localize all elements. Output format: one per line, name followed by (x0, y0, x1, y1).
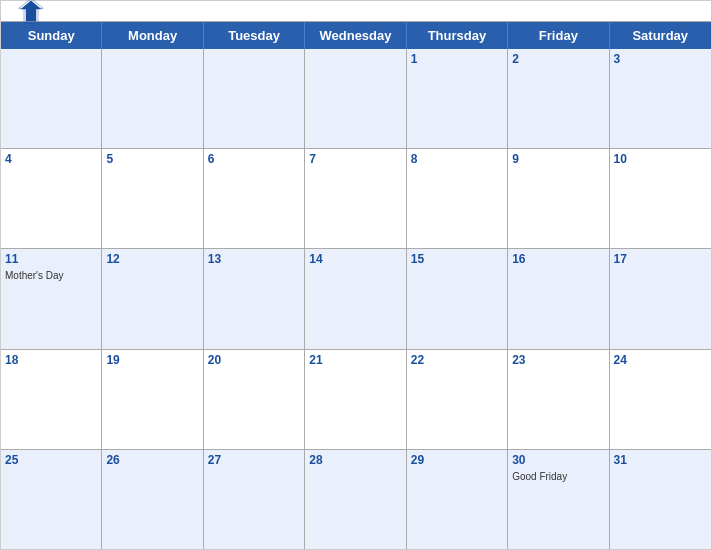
day-cell: 5 (102, 149, 203, 248)
day-cell: 28 (305, 450, 406, 549)
day-event: Good Friday (512, 471, 604, 482)
day-cell (204, 49, 305, 148)
day-number: 20 (208, 353, 300, 367)
day-number: 21 (309, 353, 401, 367)
day-number: 13 (208, 252, 300, 266)
day-cell: 9 (508, 149, 609, 248)
day-cell: 8 (407, 149, 508, 248)
day-cell: 2 (508, 49, 609, 148)
day-number: 12 (106, 252, 198, 266)
week-row: 18192021222324 (1, 350, 711, 450)
day-cell: 26 (102, 450, 203, 549)
day-cell (1, 49, 102, 148)
day-cell: 17 (610, 249, 711, 348)
day-number: 11 (5, 252, 97, 266)
day-number: 17 (614, 252, 707, 266)
day-number: 27 (208, 453, 300, 467)
day-cell: 6 (204, 149, 305, 248)
weeks-container: 1234567891011Mother's Day121314151617181… (1, 49, 711, 549)
logo-icon (17, 0, 45, 25)
logo (17, 0, 49, 25)
day-cell: 18 (1, 350, 102, 449)
day-number: 29 (411, 453, 503, 467)
day-cell: 22 (407, 350, 508, 449)
day-number: 9 (512, 152, 604, 166)
day-number: 19 (106, 353, 198, 367)
day-headers-row: SundayMondayTuesdayWednesdayThursdayFrid… (1, 22, 711, 49)
day-number: 23 (512, 353, 604, 367)
day-cell: 1 (407, 49, 508, 148)
day-cell (305, 49, 406, 148)
day-number: 30 (512, 453, 604, 467)
day-cell: 10 (610, 149, 711, 248)
day-number: 14 (309, 252, 401, 266)
day-number: 5 (106, 152, 198, 166)
week-row: 45678910 (1, 149, 711, 249)
day-number: 15 (411, 252, 503, 266)
day-number: 7 (309, 152, 401, 166)
day-number: 26 (106, 453, 198, 467)
day-cell: 23 (508, 350, 609, 449)
week-row: 252627282930Good Friday31 (1, 450, 711, 549)
day-cell: 24 (610, 350, 711, 449)
day-cell (102, 49, 203, 148)
day-cell: 3 (610, 49, 711, 148)
day-cell: 15 (407, 249, 508, 348)
day-number: 1 (411, 52, 503, 66)
day-number: 10 (614, 152, 707, 166)
day-header-friday: Friday (508, 22, 609, 49)
day-cell: 31 (610, 450, 711, 549)
day-number: 22 (411, 353, 503, 367)
calendar-header (1, 1, 711, 21)
day-cell: 25 (1, 450, 102, 549)
day-cell: 7 (305, 149, 406, 248)
day-header-saturday: Saturday (610, 22, 711, 49)
svg-marker-0 (21, 1, 42, 22)
day-number: 28 (309, 453, 401, 467)
day-number: 2 (512, 52, 604, 66)
calendar-container: SundayMondayTuesdayWednesdayThursdayFrid… (0, 0, 712, 550)
week-row: 11Mother's Day121314151617 (1, 249, 711, 349)
day-number: 18 (5, 353, 97, 367)
day-cell: 13 (204, 249, 305, 348)
day-number: 6 (208, 152, 300, 166)
day-number: 31 (614, 453, 707, 467)
day-number: 3 (614, 52, 707, 66)
day-cell: 20 (204, 350, 305, 449)
day-number: 16 (512, 252, 604, 266)
day-cell: 14 (305, 249, 406, 348)
day-number: 4 (5, 152, 97, 166)
day-cell: 27 (204, 450, 305, 549)
day-cell: 19 (102, 350, 203, 449)
day-number: 25 (5, 453, 97, 467)
day-header-thursday: Thursday (407, 22, 508, 49)
day-number: 24 (614, 353, 707, 367)
day-cell: 30Good Friday (508, 450, 609, 549)
day-event: Mother's Day (5, 270, 97, 281)
day-cell: 16 (508, 249, 609, 348)
day-cell: 11Mother's Day (1, 249, 102, 348)
day-header-monday: Monday (102, 22, 203, 49)
day-cell: 4 (1, 149, 102, 248)
day-header-sunday: Sunday (1, 22, 102, 49)
day-header-wednesday: Wednesday (305, 22, 406, 49)
day-cell: 29 (407, 450, 508, 549)
day-header-tuesday: Tuesday (204, 22, 305, 49)
calendar-grid: SundayMondayTuesdayWednesdayThursdayFrid… (1, 21, 711, 549)
week-row: 123 (1, 49, 711, 149)
day-number: 8 (411, 152, 503, 166)
day-cell: 12 (102, 249, 203, 348)
day-cell: 21 (305, 350, 406, 449)
